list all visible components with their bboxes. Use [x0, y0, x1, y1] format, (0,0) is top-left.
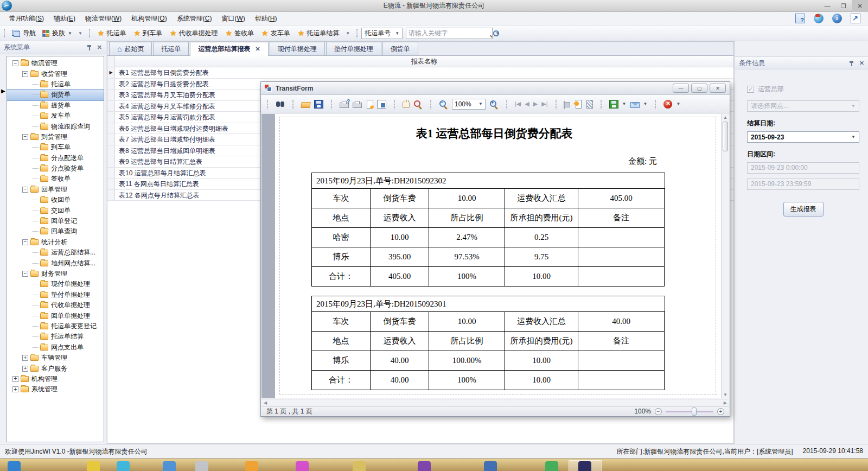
- taskbar-app-icon[interactable]: [578, 461, 591, 471]
- bookmark-icon[interactable]: [564, 102, 570, 107]
- network-select[interactable]: 请选择网点... ▼: [747, 100, 859, 112]
- hand-tool-icon[interactable]: [403, 101, 410, 108]
- zoom-out-icon[interactable]: −: [439, 100, 448, 109]
- tree-item[interactable]: +客户服务: [7, 363, 104, 373]
- taskbar-app-icon[interactable]: [353, 461, 366, 471]
- tree-item[interactable]: 签收单: [7, 174, 104, 184]
- zoom-in-icon[interactable]: +: [489, 100, 499, 109]
- first-page-icon[interactable]: |◀: [515, 100, 521, 107]
- expander-icon[interactable]: −: [22, 134, 28, 140]
- favorite-button[interactable]: ★托运单结算: [294, 27, 343, 40]
- pin-icon[interactable]: [849, 60, 854, 66]
- vertical-scrollbar[interactable]: ▲ ▼: [721, 114, 729, 398]
- range-end-input[interactable]: 2015-09-23 23:59:59: [747, 179, 859, 190]
- toolbar-grip[interactable]: [89, 29, 90, 37]
- tree-item[interactable]: −回单管理: [7, 184, 104, 195]
- search-category-combo[interactable]: 托运单号 ▼: [361, 28, 403, 39]
- minimize-button[interactable]: —: [819, 0, 835, 12]
- favorite-button[interactable]: ★发车单: [258, 27, 294, 40]
- tree-item[interactable]: 托运单变更登记: [7, 321, 104, 332]
- tab-5[interactable]: 垫付单据处理: [326, 42, 381, 55]
- taskbar-app-icon[interactable]: [545, 461, 558, 471]
- tree-item[interactable]: 到车单: [7, 142, 104, 152]
- expander-icon[interactable]: −: [22, 187, 28, 193]
- edit-page-icon[interactable]: [586, 100, 593, 109]
- taskbar-app-icon[interactable]: [8, 461, 21, 471]
- form-minimize-button[interactable]: —: [673, 84, 689, 93]
- tree-item[interactable]: 现付单据处理: [7, 279, 104, 289]
- form-close-button[interactable]: ✕: [710, 84, 726, 93]
- zoom-out-button[interactable]: −: [655, 408, 662, 415]
- scroll-right-icon[interactable]: ▶: [724, 400, 727, 405]
- tree-item[interactable]: 代收单据处理: [7, 300, 104, 310]
- chart-icon[interactable]: [851, 14, 860, 23]
- tree-item[interactable]: 回单查询: [7, 226, 104, 237]
- tree-item[interactable]: −收货管理: [7, 68, 104, 79]
- export-dropdown-icon[interactable]: ▼: [622, 101, 627, 106]
- condition-panel-close-icon[interactable]: ✕: [859, 60, 864, 67]
- generate-report-button[interactable]: 生成报表: [783, 202, 824, 217]
- search-input[interactable]: [409, 29, 493, 37]
- favorite-button[interactable]: ★托运单: [94, 27, 130, 40]
- expander-icon[interactable]: +: [22, 355, 28, 361]
- expander-icon[interactable]: −: [12, 60, 18, 66]
- tree-item[interactable]: 地州网点结算...: [7, 258, 104, 268]
- taskbar-app-icon[interactable]: [245, 461, 258, 471]
- quick-print-icon[interactable]: [353, 103, 362, 108]
- report-row[interactable]: ▶表1 运营总部每日倒货费分配表: [107, 67, 733, 79]
- save-icon[interactable]: [314, 100, 323, 109]
- sidebar-close-icon[interactable]: ✕: [97, 44, 102, 51]
- help-doc-icon[interactable]: [795, 14, 805, 23]
- scroll-down-icon[interactable]: ▼: [722, 392, 729, 397]
- taskbar-app-icon[interactable]: [87, 461, 100, 471]
- close-preview-icon[interactable]: [663, 100, 672, 109]
- tree-item[interactable]: −到货管理: [7, 132, 104, 142]
- tab-close-icon[interactable]: ✕: [255, 46, 260, 53]
- expander-icon[interactable]: +: [22, 366, 28, 372]
- tree-item[interactable]: 回单登记: [7, 216, 104, 226]
- magnifier-icon[interactable]: [413, 100, 423, 109]
- report-name-column-header[interactable]: 报表名称: [115, 56, 733, 67]
- tree-item[interactable]: +系统管理: [7, 384, 104, 394]
- tab-6[interactable]: 倒货单: [382, 42, 418, 55]
- menu-item[interactable]: 机构管理(O): [126, 12, 171, 26]
- menu-item[interactable]: 物流管理(W): [80, 12, 126, 26]
- page-setup-icon[interactable]: [367, 100, 373, 109]
- open-icon[interactable]: [301, 102, 311, 108]
- navigate-button[interactable]: 导航: [9, 27, 39, 40]
- headquarters-checkbox[interactable]: ✓: [747, 86, 754, 93]
- tree-item[interactable]: −财务管理: [7, 269, 104, 279]
- tree-item[interactable]: 交回单: [7, 205, 104, 215]
- zoom-in-button[interactable]: +: [717, 408, 724, 415]
- favorite-button[interactable]: ★签收单: [222, 27, 258, 40]
- toolbar-grip[interactable]: [4, 29, 5, 37]
- print-dialog-icon[interactable]: [340, 103, 349, 108]
- toolbar-grip[interactable]: [267, 100, 268, 109]
- taskbar-app-icon[interactable]: [484, 461, 497, 471]
- watermark-icon[interactable]: [576, 100, 582, 109]
- form-maximize-button[interactable]: ▢: [691, 84, 707, 93]
- email-dropdown-icon[interactable]: ▼: [643, 101, 648, 106]
- scroll-left-icon[interactable]: ◀: [264, 400, 267, 405]
- menu-item[interactable]: 系统管理(C): [172, 12, 217, 26]
- scale-icon[interactable]: [377, 100, 386, 109]
- zoom-combo[interactable]: 100% ▼: [452, 99, 486, 110]
- tab-3[interactable]: 运营总部结算报表✕: [190, 42, 268, 56]
- tree-item[interactable]: 网点支出单: [7, 342, 104, 353]
- windows-taskbar[interactable]: [0, 459, 868, 471]
- scrollbar-thumb[interactable]: [723, 122, 728, 151]
- more-dropdown-icon[interactable]: ▼: [676, 101, 680, 106]
- taskbar-app-icon[interactable]: [296, 461, 309, 471]
- horizontal-scrollbar[interactable]: ◀ ▶: [261, 399, 729, 406]
- email-icon[interactable]: [630, 102, 640, 108]
- tree-item[interactable]: 倒货单: [7, 90, 104, 100]
- prev-page-icon[interactable]: ◀: [525, 100, 529, 107]
- tree-item[interactable]: −统计分析: [7, 237, 104, 247]
- toolbar-overflow-dropdown[interactable]: ▼: [75, 29, 85, 38]
- tab-1[interactable]: ⌂起始页: [109, 42, 152, 55]
- pin-icon[interactable]: [87, 44, 92, 50]
- expander-icon[interactable]: +: [12, 376, 18, 382]
- expander-icon[interactable]: −: [22, 239, 28, 245]
- restore-button[interactable]: ❐: [835, 0, 852, 12]
- menu-item[interactable]: 辅助(E): [49, 12, 80, 26]
